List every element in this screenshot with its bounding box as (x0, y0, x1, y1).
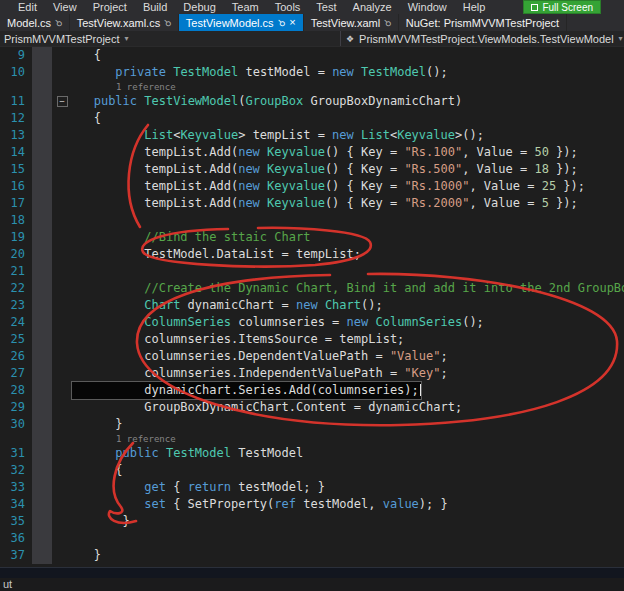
type-dropdown[interactable]: ❖ PrismMVVMTestProject.ViewModels.TestVi… (341, 33, 623, 45)
menu-help[interactable]: Help (455, 1, 494, 14)
line-number[interactable]: 14 (0, 144, 32, 161)
code-line[interactable]: 33 get { return testModel; } (0, 479, 624, 496)
line-number[interactable]: 21 (0, 263, 32, 280)
line-number[interactable]: 35 (0, 513, 32, 530)
indicator-margin (32, 530, 52, 547)
code-line[interactable]: 36 (0, 530, 624, 547)
line-number[interactable]: 34 (0, 496, 32, 513)
line-number[interactable]: 17 (0, 195, 32, 212)
code-line[interactable]: 16 tempList.Add(new Keyvalue() { Key = "… (0, 178, 624, 195)
fold-margin (52, 496, 72, 513)
tab-testview-xaml[interactable]: TestView.xaml ⚲ (304, 14, 399, 31)
menu-edit[interactable]: Edit (10, 1, 45, 14)
menu-build[interactable]: Build (135, 1, 175, 14)
collapse-icon[interactable]: − (57, 96, 68, 107)
tab-nuget[interactable]: NuGet: PrismMVVMTestProject (399, 14, 567, 31)
code-line[interactable]: 26 columnseries.DependentValuePath = "Va… (0, 348, 624, 365)
line-number[interactable]: 13 (0, 127, 32, 144)
pin-icon[interactable]: ⚲ (162, 17, 173, 28)
fold-margin (52, 212, 72, 229)
status-bar: ut (0, 578, 624, 591)
pin-icon[interactable]: ⚲ (382, 17, 393, 28)
pin-icon[interactable]: ⚲ (53, 17, 64, 28)
line-number[interactable]: 30 (0, 416, 32, 433)
code-line[interactable]: 19 //Bind the sttaic Chart (0, 229, 624, 246)
line-number[interactable]: 24 (0, 314, 32, 331)
line-number[interactable]: 36 (0, 530, 32, 547)
code-text: //Create the Dynamic Chart, Bind it and … (72, 280, 624, 297)
line-number[interactable]: 23 (0, 297, 32, 314)
line-number[interactable]: 12 (0, 110, 32, 127)
codelens-text: 1 reference (72, 433, 176, 445)
code-line[interactable]: 34 set { SetProperty(ref testModel, valu… (0, 496, 624, 513)
indicator-margin (32, 81, 52, 93)
project-dropdown[interactable]: PrismMVVMTestProject ▾ (0, 31, 341, 46)
line-number[interactable]: 33 (0, 479, 32, 496)
line-number[interactable]: 16 (0, 178, 32, 195)
code-line[interactable]: 18 (0, 212, 624, 229)
code-line[interactable]: 32 { (0, 462, 624, 479)
line-number[interactable]: 10 (0, 64, 32, 81)
code-line[interactable]: 25 columnseries.ItemsSource = tempList; (0, 331, 624, 348)
tab-model-cs[interactable]: Model.cs ⚲ (0, 14, 70, 31)
code-line[interactable]: 9 { (0, 47, 624, 64)
code-line[interactable]: 28 dynamicChart.Series.Add(columnseries)… (0, 382, 624, 399)
menu-tools[interactable]: Tools (267, 1, 309, 14)
code-line[interactable]: 35 } (0, 513, 624, 530)
code-lines: 9 {10 private TestModel testModel = new … (0, 47, 624, 564)
pin-icon[interactable]: ⚲ (275, 17, 286, 28)
fold-margin (52, 530, 72, 547)
code-line[interactable]: 11− public TestViewModel(GroupBox GroupB… (0, 93, 624, 110)
code-line[interactable]: 23 Chart dynamicChart = new Chart(); (0, 297, 624, 314)
line-number[interactable]: 9 (0, 47, 32, 64)
line-number[interactable]: 22 (0, 280, 32, 297)
indicator-margin (32, 246, 52, 263)
line-number[interactable]: 25 (0, 331, 32, 348)
code-line[interactable]: 10 private TestModel testModel = new Tes… (0, 64, 624, 81)
code-text: tempList.Add(new Keyvalue() { Key = "Rs.… (72, 161, 578, 178)
code-line[interactable]: 21 (0, 263, 624, 280)
menu-window[interactable]: Window (400, 1, 455, 14)
code-line[interactable]: 30 } (0, 416, 624, 433)
close-icon[interactable]: × (289, 17, 295, 28)
line-number[interactable]: 32 (0, 462, 32, 479)
menu-view[interactable]: View (45, 1, 85, 14)
line-number[interactable]: 28 (0, 382, 32, 399)
fold-collapse-toggle[interactable]: − (52, 93, 72, 110)
line-number[interactable] (0, 81, 32, 93)
line-number[interactable]: 11 (0, 93, 32, 110)
code-text: tempList.Add(new Keyvalue() { Key = "Rs.… (72, 195, 578, 212)
line-number[interactable]: 27 (0, 365, 32, 382)
menu-debug[interactable]: Debug (175, 1, 223, 14)
code-line[interactable]: 17 tempList.Add(new Keyvalue() { Key = "… (0, 195, 624, 212)
code-line[interactable]: 29 GroupBoxDynamicChart.Content = dynami… (0, 399, 624, 416)
menu-project[interactable]: Project (85, 1, 135, 14)
line-number[interactable]: 15 (0, 161, 32, 178)
code-line[interactable]: 12 { (0, 110, 624, 127)
code-line[interactable]: 13 List<Keyvalue> tempList = new List<Ke… (0, 127, 624, 144)
line-number[interactable]: 31 (0, 445, 32, 462)
line-number[interactable]: 18 (0, 212, 32, 229)
line-number[interactable]: 37 (0, 547, 32, 564)
code-line[interactable]: 31 public TestModel TestModel (0, 445, 624, 462)
code-text: dynamicChart.Series.Add(columnseries); (72, 382, 421, 399)
code-line[interactable]: 20 TestModel.DataList = tempList; (0, 246, 624, 263)
code-line[interactable]: 14 tempList.Add(new Keyvalue() { Key = "… (0, 144, 624, 161)
code-editor[interactable]: 9 {10 private TestModel testModel = new … (0, 47, 624, 567)
line-number[interactable]: 19 (0, 229, 32, 246)
line-number[interactable]: 26 (0, 348, 32, 365)
line-number[interactable]: 20 (0, 246, 32, 263)
code-line[interactable]: 24 ColumnSeries columnseries = new Colum… (0, 314, 624, 331)
tab-testview-xaml-cs[interactable]: TestView.xaml.cs ⚲ (70, 14, 179, 31)
menu-team[interactable]: Team (224, 1, 267, 14)
tab-testviewmodel-cs[interactable]: TestViewModel.cs ⚲ × (179, 14, 304, 31)
line-number[interactable] (0, 433, 32, 445)
code-line[interactable]: 22 //Create the Dynamic Chart, Bind it a… (0, 280, 624, 297)
code-line[interactable]: 37 } (0, 547, 624, 564)
menu-test[interactable]: Test (308, 1, 344, 14)
line-number[interactable]: 29 (0, 399, 32, 416)
menu-analyze[interactable]: Analyze (345, 1, 400, 14)
code-line[interactable]: 27 columnseries.IndependentValuePath = "… (0, 365, 624, 382)
code-line[interactable]: 15 tempList.Add(new Keyvalue() { Key = "… (0, 161, 624, 178)
full-screen-button[interactable]: Full Screen (523, 0, 601, 14)
